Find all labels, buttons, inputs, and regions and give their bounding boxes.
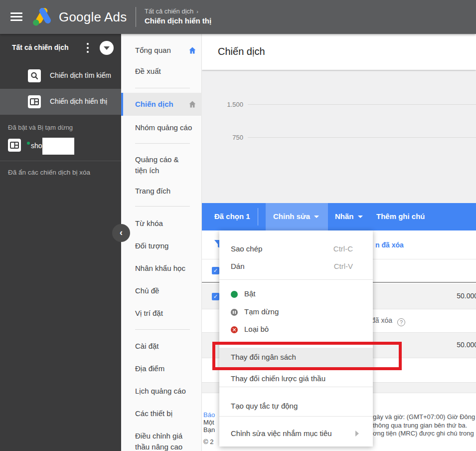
enabled-status-dot-icon	[26, 141, 31, 146]
sidebar-item-search-campaigns[interactable]: Chiến dịch tìm kiếm	[0, 63, 121, 89]
page-title: Chiến dịch	[218, 46, 265, 57]
menu-item-devices[interactable]: Các thiết bị	[121, 409, 202, 418]
shortcut-label: Ctrl-V	[334, 262, 353, 270]
menu-item-locations[interactable]: Địa điểm	[121, 364, 202, 373]
menu-separator	[219, 343, 373, 344]
sidebar-title: Tất cả chiến dịch	[12, 43, 69, 51]
selection-toolbar: Đã chọn 1 Chỉnh sửa Nhãn Thêm ghi chú	[202, 203, 476, 230]
menu-item-demographics[interactable]: Nhân khẩu học	[121, 264, 202, 272]
budget-cell: 50.000	[418, 341, 476, 349]
sidebar-divider	[0, 161, 121, 161]
menu-separator	[219, 387, 373, 387]
hamburger-menu-icon[interactable]	[10, 12, 22, 21]
footer-text: Bạn	[203, 426, 215, 434]
menu-item-keywords[interactable]: Từ khóa	[121, 219, 202, 227]
sidebar-header: Tất cả chiến dịch	[0, 34, 121, 62]
performance-chart: 1.500 750 0 15 thg 8, 2018	[202, 70, 476, 203]
menu-item-ads-extensions[interactable]: Quảng cáo & tiện ích	[121, 154, 186, 176]
menu-item-landing-pages[interactable]: Trang đích	[121, 187, 202, 195]
breadcrumb-current: Chiến dịch hiển thị	[145, 16, 211, 25]
menu-item-advanced-bid-adj[interactable]: Điều chỉnh giá thầu nâng cao	[121, 431, 188, 451]
menu-item-edit-targeting[interactable]: Chỉnh sửa việc nhắm mục tiêu	[219, 425, 373, 443]
footer-text: Một	[203, 419, 215, 426]
enabled-dot-icon	[231, 291, 238, 298]
product-name: Google Ads	[59, 9, 127, 25]
add-note-button[interactable]: Thêm ghi chú	[376, 212, 425, 221]
status-cell: đã xóa?	[371, 316, 405, 326]
sidebar-section-enabled-paused: Đã bật và Bị tạm dừng	[8, 124, 73, 131]
breadcrumb-parent[interactable]: Tất cả chiến dịch›	[145, 7, 198, 15]
menu-divider	[135, 329, 190, 330]
breadcrumb-arrow-icon: ›	[196, 8, 198, 14]
edit-menu-button[interactable]: Chỉnh sửa	[273, 212, 319, 221]
edit-dropdown-menu: Sao chépCtrl-C DánCtrl-V Bật Tạm dừng ✕L…	[219, 230, 373, 447]
y-axis-tick: 750	[202, 134, 243, 141]
sidebar-item-campaign-shop[interactable]: sho	[0, 135, 121, 158]
menu-item-change-bid-strategy[interactable]: Thay đổi chiến lược giá thầu	[219, 370, 373, 388]
top-app-bar: Google Ads Tất cả chiến dịch› Chiến dịch…	[0, 0, 476, 34]
home-icon	[188, 46, 196, 54]
menu-separator	[219, 416, 373, 417]
page-menu: Tổng quan Đề xuất Chiến dịch Nhóm quảng …	[121, 34, 202, 451]
remove-circle-icon: ✕	[231, 326, 238, 333]
y-axis-tick: 1.500	[202, 101, 243, 108]
menu-item-ad-groups[interactable]: Nhóm quảng cáo	[121, 123, 202, 132]
menu-item-recommendations[interactable]: Đề xuất	[121, 67, 202, 75]
gridline	[248, 104, 476, 105]
account-expand-button[interactable]	[100, 41, 114, 55]
google-ads-logo-icon	[32, 8, 55, 27]
show-deleted-link[interactable]: n đã xóa	[375, 241, 404, 249]
home-icon-gray	[188, 100, 196, 108]
menu-item-copy[interactable]: Sao chépCtrl-C	[219, 240, 373, 258]
menu-item-settings[interactable]: Cài đặt	[121, 342, 202, 350]
labels-menu-button[interactable]: Nhãn	[335, 212, 363, 221]
menu-item-topics[interactable]: Chủ đề	[121, 286, 202, 295]
display-campaign-icon	[28, 95, 41, 108]
menu-item-remove[interactable]: ✕Loại bỏ	[219, 321, 373, 339]
menu-separator	[219, 279, 373, 280]
shortcut-label: Ctrl-C	[333, 244, 353, 253]
menu-item-placements[interactable]: Vị trí đặt	[121, 309, 202, 317]
selected-count: Đã chọn 1	[214, 212, 250, 221]
selected-indicator	[121, 93, 123, 116]
help-circle-icon[interactable]: ?	[397, 318, 405, 326]
menu-item-create-auto-rule[interactable]: Tạo quy tắc tự động	[219, 398, 373, 416]
menu-divider	[135, 143, 190, 144]
menu-item-enable[interactable]: Bật	[219, 285, 373, 303]
copyright: © 2	[203, 438, 213, 446]
topbar-divider	[136, 7, 136, 27]
campaign-name: sho	[31, 142, 42, 150]
search-campaign-icon	[28, 69, 41, 82]
menu-item-change-budget[interactable]: Thay đổi ngân sách	[219, 348, 373, 368]
collapse-panel-button[interactable]: ‹	[112, 224, 130, 242]
row-checkbox[interactable]: ✓	[212, 293, 219, 300]
caret-down-icon	[358, 216, 363, 218]
menu-item-pause[interactable]: Tạm dừng	[219, 303, 373, 321]
campaign-type-icon	[8, 139, 21, 152]
select-all-checkbox[interactable]: ✓	[212, 267, 219, 274]
submenu-arrow-icon	[355, 431, 359, 437]
menu-item-ad-schedule[interactable]: Lịch quảng cáo	[121, 387, 202, 395]
sidebar-item-display-campaigns[interactable]: Chiến dịch hiển thị	[0, 89, 121, 115]
budget-cell: 50.000	[418, 292, 476, 300]
sidebar-item-hidden-deleted-campaigns[interactable]: Đã ẩn các chiến dịch bị xóa	[8, 169, 118, 176]
footer-disclaimer: gày và giờ: (GMT+07:00) Giờ Đông thông q…	[373, 413, 476, 438]
pause-circle-icon	[231, 309, 238, 316]
main-header: Chiến dịch	[202, 34, 476, 70]
redaction-box	[42, 138, 74, 155]
menu-divider	[135, 206, 190, 207]
chevron-left-icon: ‹	[120, 227, 123, 237]
toolbar-divider	[258, 208, 258, 226]
menu-item-campaigns-selected[interactable]: Chiến dịch	[121, 93, 202, 116]
footer-report-link[interactable]: Báo	[203, 411, 215, 419]
menu-item-audiences[interactable]: Đối tượng	[121, 241, 202, 250]
google-ads-window: Google Ads Tất cả chiến dịch› Chiến dịch…	[0, 0, 476, 451]
gridline	[248, 137, 476, 138]
menu-divider	[135, 88, 190, 88]
kebab-menu-icon[interactable]	[83, 42, 93, 54]
menu-item-paste[interactable]: DánCtrl-V	[219, 258, 373, 276]
caret-down-icon	[314, 216, 319, 218]
campaign-sidebar: Tất cả chiến dịch Chiến dịch tìm kiếm Ch…	[0, 34, 121, 451]
menu-item-overview[interactable]: Tổng quan	[121, 46, 202, 54]
